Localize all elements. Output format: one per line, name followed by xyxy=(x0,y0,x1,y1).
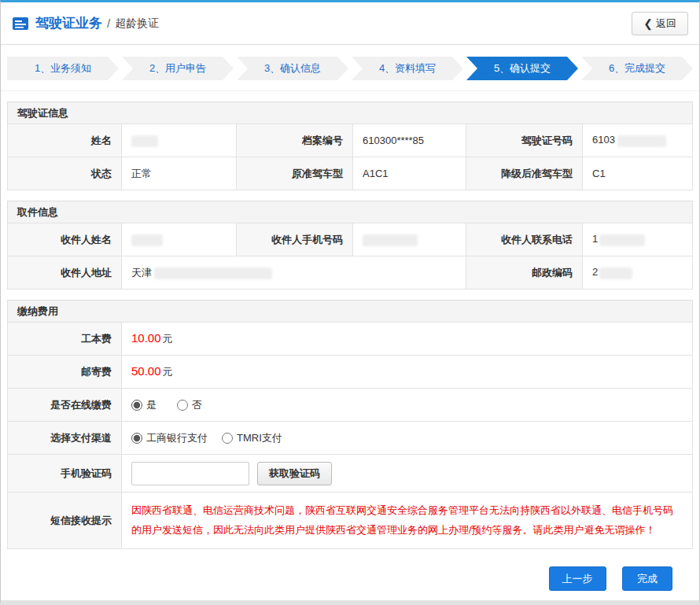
post-fee-label: 邮寄费 xyxy=(8,356,122,389)
page-title: 驾驶证业务 xyxy=(35,14,102,32)
step-1-notice[interactable]: 1、业务须知 xyxy=(7,57,119,80)
pay-channel-icbc-option[interactable]: 工商银行支付 xyxy=(131,431,208,445)
redacted-value xyxy=(131,135,158,147)
sms-notice-label: 短信接收提示 xyxy=(8,492,122,549)
table-row: 邮寄费 50.00元 xyxy=(8,356,693,389)
sms-notice-text: 因陕西省联通、电信运营商技术问题，陕西省互联网交通安全综合服务管理平台无法向持陕… xyxy=(131,501,683,539)
down-type-value: C1 xyxy=(583,157,693,190)
redacted-value xyxy=(131,234,163,246)
down-type-label: 降级后准驾车型 xyxy=(466,157,583,190)
sms-code-cell: 获取验证码 xyxy=(122,455,693,492)
online-pay-label: 是否在线缴费 xyxy=(8,389,122,422)
redacted-value xyxy=(617,135,666,147)
cost-fee-label: 工本费 xyxy=(8,323,122,356)
status-value: 正常 xyxy=(122,157,237,190)
redacted-value xyxy=(154,267,272,279)
step-wizard: 1、业务须知 2、用户申告 3、确认信息 4、资料填写 5、确认提交 6、完成提… xyxy=(1,45,699,91)
cost-fee-unit: 元 xyxy=(163,333,173,345)
step-5-confirm-submit[interactable]: 5、确认提交 xyxy=(466,57,578,80)
pay-channel-label: 选择支付渠道 xyxy=(8,422,122,455)
table-row: 短信接收提示 因陕西省联通、电信运营商技术问题，陕西省互联网交通安全综合服务管理… xyxy=(8,492,693,549)
header: 驾驶证业务 / 超龄换证 ❮ 返回 xyxy=(1,2,699,45)
breadcrumb-current: 超龄换证 xyxy=(115,17,159,31)
recipient-phone-label: 收件人联系电话 xyxy=(466,223,583,256)
table-row: 姓名 档案编号 610300****85 驾驶证号码 6103 xyxy=(8,124,693,157)
license-business-icon xyxy=(12,17,29,31)
recipient-address-label: 收件人地址 xyxy=(8,256,122,290)
post-fee-value: 50.00元 xyxy=(122,356,693,389)
online-pay-yes-option[interactable]: 是 xyxy=(131,398,157,412)
finish-button[interactable]: 完成 xyxy=(622,566,672,591)
table-row: 是否在线缴费 是 否 xyxy=(8,389,693,422)
redacted-value xyxy=(363,234,418,246)
step-4-fill-data[interactable]: 4、资料填写 xyxy=(352,57,463,80)
step-3-confirm-info[interactable]: 3、确认信息 xyxy=(237,57,348,80)
zip-label: 邮政编码 xyxy=(466,256,583,290)
online-pay-no-label: 否 xyxy=(192,398,202,412)
orig-type-value: A1C1 xyxy=(353,157,466,190)
cost-fee-amount: 10.00 xyxy=(131,331,161,345)
status-label: 状态 xyxy=(8,157,122,190)
sms-code-label: 手机验证码 xyxy=(8,455,122,492)
table-row: 选择支付渠道 工商银行支付 TMRI支付 xyxy=(8,422,693,455)
breadcrumb-divider: / xyxy=(107,17,110,30)
name-label: 姓名 xyxy=(8,124,122,157)
recipient-phone-value: 1 xyxy=(583,223,693,256)
pay-channel-tmri-option[interactable]: TMRI支付 xyxy=(222,431,282,445)
file-no-label: 档案编号 xyxy=(237,124,353,157)
prev-step-button[interactable]: 上一步 xyxy=(549,566,606,591)
table-row: 手机验证码 获取验证码 xyxy=(8,455,693,492)
online-pay-no-option[interactable]: 否 xyxy=(177,398,202,412)
footer-actions: 上一步 完成 xyxy=(1,549,699,591)
back-button-label: 返回 xyxy=(656,17,676,31)
step-2-declaration[interactable]: 2、用户申告 xyxy=(122,57,234,80)
back-button[interactable]: ❮ 返回 xyxy=(632,12,688,35)
license-info-title: 驾驶证信息 xyxy=(7,101,693,124)
recipient-name-label: 收件人姓名 xyxy=(8,223,122,256)
pickup-info-section: 取件信息 收件人姓名 收件人手机号码 收件人联系电话 1 收件人地址 天津 邮政… xyxy=(7,201,693,290)
pickup-info-table: 收件人姓名 收件人手机号码 收件人联系电话 1 收件人地址 天津 邮政编码 2 xyxy=(7,223,693,290)
recipient-address-value: 天津 xyxy=(122,256,466,290)
license-no-label: 驾驶证号码 xyxy=(466,124,583,157)
online-pay-no-radio[interactable] xyxy=(177,400,188,411)
file-no-value: 610300****85 xyxy=(353,124,466,157)
license-info-table: 姓名 档案编号 610300****85 驾驶证号码 6103 状态 正常 原准… xyxy=(7,124,693,190)
online-pay-yes-label: 是 xyxy=(146,398,157,412)
recipient-mobile-value xyxy=(353,223,466,256)
table-row: 收件人姓名 收件人手机号码 收件人联系电话 1 xyxy=(8,223,693,256)
redacted-value xyxy=(599,267,632,279)
online-pay-yes-radio[interactable] xyxy=(131,400,142,411)
fees-title: 缴纳费用 xyxy=(7,300,693,323)
pay-channel-tmri-label: TMRI支付 xyxy=(237,431,282,445)
page: 驾驶证业务 / 超龄换证 ❮ 返回 1、业务须知 2、用户申告 3、确认信息 4… xyxy=(0,0,700,605)
sms-notice-cell: 因陕西省联通、电信运营商技术问题，陕西省互联网交通安全综合服务管理平台无法向持陕… xyxy=(122,492,693,549)
chevron-left-icon: ❮ xyxy=(643,17,653,30)
sms-code-input[interactable] xyxy=(131,462,249,485)
orig-type-label: 原准驾车型 xyxy=(237,157,353,190)
table-row: 状态 正常 原准驾车型 A1C1 降级后准驾车型 C1 xyxy=(8,157,693,190)
step-6-complete[interactable]: 6、完成提交 xyxy=(581,57,693,80)
post-fee-unit: 元 xyxy=(163,366,173,378)
name-value xyxy=(122,124,237,157)
cost-fee-value: 10.00元 xyxy=(122,323,693,356)
license-no-value: 6103 xyxy=(583,124,693,157)
table-row: 收件人地址 天津 邮政编码 2 xyxy=(8,256,693,290)
recipient-mobile-label: 收件人手机号码 xyxy=(237,223,353,256)
pay-channel-options: 工商银行支付 TMRI支付 xyxy=(122,422,693,455)
online-pay-options: 是 否 xyxy=(122,389,693,422)
fees-table: 工本费 10.00元 邮寄费 50.00元 是否在线缴费 是 xyxy=(7,322,693,549)
zip-value: 2 xyxy=(583,256,693,290)
fees-section: 缴纳费用 工本费 10.00元 邮寄费 50.00元 是否在线缴费 xyxy=(7,300,693,549)
pay-channel-tmri-radio[interactable] xyxy=(222,433,233,444)
pay-channel-icbc-label: 工商银行支付 xyxy=(146,431,208,445)
license-info-section: 驾驶证信息 姓名 档案编号 610300****85 驾驶证号码 6103 状态… xyxy=(7,101,693,190)
get-code-button[interactable]: 获取验证码 xyxy=(257,462,332,485)
pickup-info-title: 取件信息 xyxy=(7,201,693,223)
table-row: 工本费 10.00元 xyxy=(8,323,693,356)
recipient-name-value xyxy=(122,223,237,256)
post-fee-amount: 50.00 xyxy=(131,364,161,378)
redacted-value xyxy=(599,234,645,246)
pay-channel-icbc-radio[interactable] xyxy=(131,433,142,444)
